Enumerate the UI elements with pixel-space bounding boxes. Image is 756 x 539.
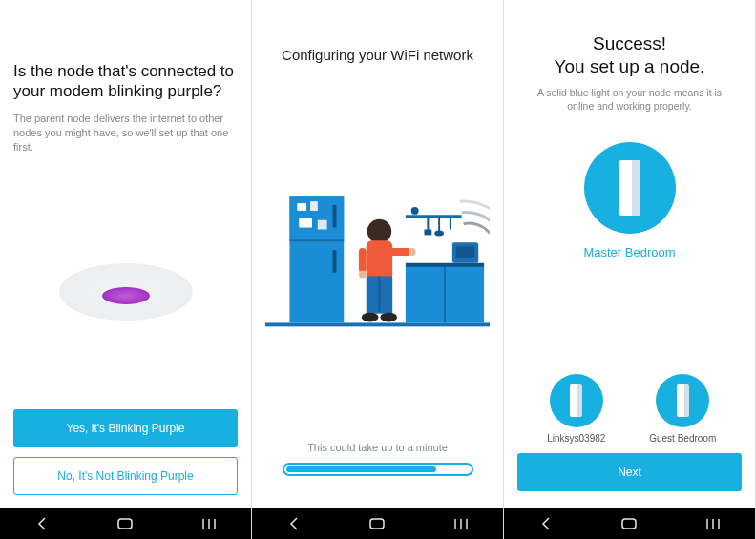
svg-rect-36 bbox=[370, 519, 384, 529]
secondary-node-label: Guest Bedroom bbox=[630, 433, 737, 444]
back-icon[interactable] bbox=[275, 512, 313, 535]
heading-line1: Success! bbox=[593, 33, 666, 53]
svg-point-30 bbox=[362, 312, 379, 321]
secondary-node[interactable]: Guest Bedroom bbox=[630, 374, 737, 444]
recent-icon[interactable] bbox=[190, 512, 228, 535]
svg-rect-13 bbox=[318, 219, 327, 229]
svg-rect-10 bbox=[297, 203, 306, 211]
android-navbar bbox=[252, 508, 503, 539]
main-node[interactable]: Master Bedroom bbox=[517, 142, 742, 259]
kitchen-illustration bbox=[265, 63, 490, 442]
node-illustration bbox=[13, 175, 238, 409]
heading: Success! You set up a node. bbox=[517, 32, 742, 78]
main-node-label: Master Bedroom bbox=[517, 245, 742, 259]
svg-point-20 bbox=[411, 207, 419, 215]
svg-rect-12 bbox=[299, 218, 312, 227]
screen-success: Success! You set up a node. A solid blue… bbox=[504, 0, 756, 539]
node-icon bbox=[656, 374, 709, 427]
back-icon[interactable] bbox=[527, 512, 565, 535]
svg-point-33 bbox=[409, 248, 416, 256]
next-button[interactable]: Next bbox=[517, 453, 742, 491]
home-icon[interactable] bbox=[106, 512, 144, 535]
screen-blinking-purple: Is the node that's connected to your mod… bbox=[0, 0, 252, 539]
node-tower-icon bbox=[677, 384, 689, 417]
svg-rect-0 bbox=[118, 519, 132, 529]
svg-rect-9 bbox=[333, 250, 337, 273]
svg-point-31 bbox=[380, 312, 397, 321]
android-navbar bbox=[504, 508, 755, 539]
heading-line2: You set up a node. bbox=[555, 56, 705, 76]
recent-icon[interactable] bbox=[442, 512, 480, 535]
node-tower-icon bbox=[570, 384, 582, 417]
node-icon bbox=[550, 374, 603, 427]
description: The parent node delivers the internet to… bbox=[13, 112, 238, 155]
svg-point-24 bbox=[434, 230, 444, 236]
svg-rect-22 bbox=[424, 229, 431, 235]
node-tower-icon bbox=[620, 160, 640, 216]
screen-configuring-wifi: Configuring your WiFi network bbox=[252, 0, 504, 539]
svg-rect-34 bbox=[359, 248, 367, 272]
svg-rect-40 bbox=[622, 519, 636, 529]
svg-point-35 bbox=[359, 270, 367, 278]
svg-rect-11 bbox=[310, 201, 318, 211]
description: A solid blue light on your node means it… bbox=[531, 86, 728, 114]
svg-rect-18 bbox=[456, 246, 475, 258]
back-icon[interactable] bbox=[23, 512, 61, 535]
progress-fill bbox=[286, 466, 436, 472]
node-purple-light-icon bbox=[59, 263, 193, 321]
secondary-nodes-row: Linksys03982 Guest Bedroom bbox=[517, 374, 742, 453]
svg-rect-4 bbox=[265, 322, 490, 326]
home-icon[interactable] bbox=[610, 512, 648, 535]
svg-point-26 bbox=[368, 218, 391, 242]
yes-blinking-button[interactable]: Yes, it's Blinking Purple bbox=[13, 409, 238, 447]
no-not-blinking-button[interactable]: No, It's Not Blinking Purple bbox=[13, 457, 238, 495]
home-icon[interactable] bbox=[358, 512, 396, 535]
heading: Configuring your WiFi network bbox=[265, 47, 490, 63]
status-text: This could take up to a minute bbox=[265, 442, 490, 453]
svg-rect-32 bbox=[388, 248, 411, 256]
secondary-node-label: Linksys03982 bbox=[523, 433, 630, 444]
progress-bar bbox=[283, 463, 473, 476]
svg-rect-8 bbox=[333, 205, 337, 228]
recent-icon[interactable] bbox=[694, 512, 732, 535]
heading: Is the node that's connected to your mod… bbox=[13, 61, 238, 102]
secondary-node[interactable]: Linksys03982 bbox=[523, 374, 630, 444]
svg-rect-27 bbox=[367, 240, 392, 280]
android-navbar bbox=[0, 508, 251, 539]
node-icon bbox=[584, 142, 676, 234]
